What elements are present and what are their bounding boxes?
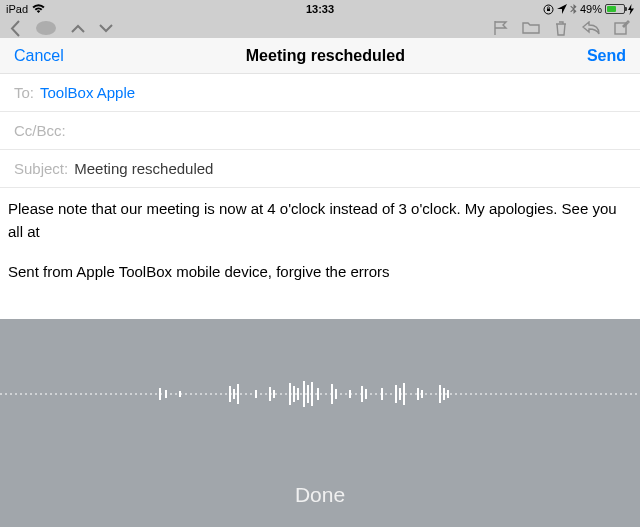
dictation-panel: Done bbox=[0, 319, 640, 527]
flag-icon bbox=[493, 20, 508, 36]
device-label: iPad bbox=[6, 3, 28, 15]
compose-header: Cancel Meeting rescheduled Send bbox=[0, 38, 640, 74]
reply-icon bbox=[582, 21, 600, 35]
bluetooth-icon bbox=[570, 4, 577, 15]
trash-icon bbox=[554, 20, 568, 36]
charging-icon bbox=[628, 4, 634, 15]
folder-icon bbox=[522, 21, 540, 35]
status-right: 49% bbox=[543, 3, 634, 15]
signature: Sent from Apple ToolBox mobile device, f… bbox=[8, 261, 632, 284]
subject-field[interactable]: Subject: Meeting rescheduled bbox=[0, 150, 640, 188]
status-bar: iPad 13:33 49% bbox=[0, 0, 640, 18]
status-left: iPad bbox=[6, 3, 45, 15]
rotation-lock-icon bbox=[543, 4, 554, 15]
compose-bg-icon bbox=[614, 20, 630, 36]
back-icon bbox=[10, 20, 21, 37]
svg-rect-1 bbox=[547, 8, 550, 11]
to-label: To: bbox=[14, 84, 34, 101]
status-time: 13:33 bbox=[306, 3, 334, 15]
svg-point-2 bbox=[36, 21, 56, 35]
done-button[interactable]: Done bbox=[0, 469, 640, 527]
ccbcc-field[interactable]: Cc/Bcc: bbox=[0, 112, 640, 150]
send-button[interactable]: Send bbox=[587, 47, 626, 65]
subject-label: Subject: bbox=[14, 160, 68, 177]
battery-percent: 49% bbox=[580, 3, 602, 15]
subject-value: Meeting rescheduled bbox=[74, 160, 213, 177]
cancel-button[interactable]: Cancel bbox=[14, 47, 64, 65]
avatar-icon bbox=[35, 20, 57, 36]
battery-icon bbox=[605, 4, 625, 14]
waveform-icon bbox=[0, 376, 640, 412]
background-toolbar bbox=[0, 18, 640, 38]
waveform-area[interactable] bbox=[0, 319, 640, 469]
wifi-icon bbox=[32, 4, 45, 14]
compose-fields: To: ToolBox Apple Cc/Bcc: Subject: Meeti… bbox=[0, 74, 640, 188]
location-icon bbox=[557, 4, 567, 14]
chevron-down-icon bbox=[99, 24, 113, 33]
chevron-up-icon bbox=[71, 24, 85, 33]
message-body[interactable]: Please note that our meeting is now at 4… bbox=[0, 188, 640, 294]
to-value: ToolBox Apple bbox=[40, 84, 135, 101]
to-field[interactable]: To: ToolBox Apple bbox=[0, 74, 640, 112]
ccbcc-label: Cc/Bcc: bbox=[14, 122, 66, 139]
compose-title: Meeting rescheduled bbox=[246, 47, 405, 65]
body-text: Please note that our meeting is now at 4… bbox=[8, 198, 632, 243]
